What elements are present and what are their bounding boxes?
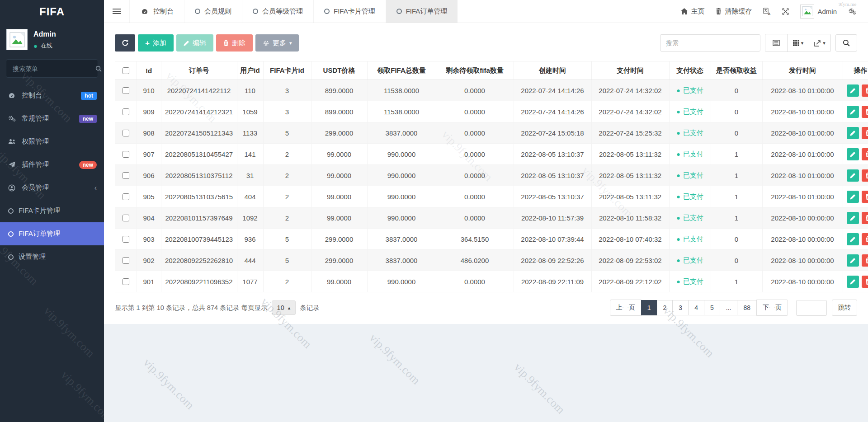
page-button-2[interactable]: 2 xyxy=(657,300,673,315)
sidebar-subitem-2[interactable]: FIFA订单管理 xyxy=(0,222,104,245)
row-delete-button[interactable] xyxy=(862,148,868,160)
row-delete-button[interactable] xyxy=(862,276,868,288)
row-checkbox[interactable] xyxy=(123,257,129,264)
more-button[interactable]: 更多 ▾ xyxy=(255,34,299,52)
row-delete-button[interactable] xyxy=(862,191,868,203)
prev-page-button[interactable]: 上一页 xyxy=(610,300,642,316)
row-edit-button[interactable] xyxy=(847,106,859,118)
table-search-input[interactable] xyxy=(660,34,760,52)
add-button[interactable]: + 添加 xyxy=(138,34,174,52)
table-row: 907202208051310455427141299.0000990.0000… xyxy=(115,144,868,165)
cell-order-no: 202208051310375112 xyxy=(161,165,237,186)
delete-button[interactable]: 删除 xyxy=(216,34,253,52)
column-header: 用户id xyxy=(237,61,263,80)
sidebar-item-4[interactable]: 插件管理new xyxy=(0,153,104,176)
cell-fifa-total: 3837.0000 xyxy=(367,229,436,250)
cell-fifa-remaining: 0.0000 xyxy=(436,80,514,101)
row-checkbox[interactable] xyxy=(123,236,129,243)
row-checkbox[interactable] xyxy=(123,215,129,221)
menu-toggle-icon[interactable] xyxy=(104,0,129,23)
row-edit-button[interactable] xyxy=(847,276,859,288)
translate-icon[interactable]: A xyxy=(763,8,771,15)
detail-view-icon[interactable] xyxy=(765,34,787,52)
next-page-button[interactable]: 下一页 xyxy=(756,300,788,316)
sidebar-item-1[interactable]: 控制台hot xyxy=(0,84,104,107)
row-edit-button[interactable] xyxy=(847,84,859,97)
row-checkbox[interactable] xyxy=(123,151,129,158)
row-delete-button[interactable] xyxy=(862,233,868,245)
row-checkbox[interactable] xyxy=(123,278,129,285)
column-header: 订单号 xyxy=(161,61,237,80)
nav-tab-1[interactable]: 控制台 xyxy=(129,0,184,23)
cell-id: 901 xyxy=(137,271,161,292)
export-icon[interactable]: ▾ xyxy=(809,34,830,52)
row-edit-button[interactable] xyxy=(847,233,859,245)
nav-tab-5[interactable]: FIFA订单管理 xyxy=(386,0,458,23)
cell-received: 0 xyxy=(711,101,762,122)
columns-icon[interactable]: ▾ xyxy=(787,34,809,52)
page-button-3[interactable]: 3 xyxy=(672,300,689,315)
cell-fifa-remaining: 0.0000 xyxy=(436,186,514,207)
nav-tab-3[interactable]: 会员等级管理 xyxy=(242,0,313,23)
page-button-5[interactable]: 5 xyxy=(704,300,720,315)
row-edit-button[interactable] xyxy=(847,127,859,139)
page-button-...[interactable]: ... xyxy=(720,300,738,315)
row-delete-button[interactable] xyxy=(862,254,868,267)
view-options-group: ▾ ▾ xyxy=(765,34,831,52)
cell-fifa-remaining: 364.5150 xyxy=(436,229,514,250)
sidebar-item-2[interactable]: 常规管理new xyxy=(0,107,104,130)
fullscreen-icon[interactable] xyxy=(782,8,789,15)
edit-button[interactable]: 编辑 xyxy=(176,34,213,52)
row-delete-button[interactable] xyxy=(862,84,868,97)
sidebar-search-input[interactable] xyxy=(12,65,95,73)
search-button[interactable] xyxy=(835,34,857,52)
row-checkbox[interactable] xyxy=(123,193,129,200)
sidebar-search[interactable] xyxy=(6,59,98,78)
row-checkbox[interactable] xyxy=(123,108,129,115)
clear-cache-button[interactable]: 清除缓存 xyxy=(716,7,752,16)
column-header: !d xyxy=(137,61,161,80)
cell-received: 0 xyxy=(711,250,762,271)
sidebar-item-3[interactable]: 权限管理 xyxy=(0,130,104,153)
row-delete-button[interactable] xyxy=(862,169,868,182)
settings-gears-icon[interactable] xyxy=(848,8,856,15)
cell-usdt-price: 99.0000 xyxy=(311,207,367,229)
row-delete-button[interactable] xyxy=(862,127,868,139)
user-menu[interactable]: Admin xyxy=(800,5,837,19)
row-checkbox[interactable] xyxy=(123,87,129,94)
sidebar-subitem-3[interactable]: 设置管理 xyxy=(0,245,104,268)
page-button-88[interactable]: 88 xyxy=(737,300,757,315)
cell-order-no: 202208092211096352 xyxy=(161,271,237,292)
column-header: USDT价格 xyxy=(311,61,367,80)
select-all-checkbox[interactable] xyxy=(123,67,129,74)
row-checkbox[interactable] xyxy=(123,172,129,179)
cell-paid-at: 2022-08-05 13:11:32 xyxy=(591,144,669,165)
cell-created-at: 2022-07-24 14:14:26 xyxy=(514,101,591,122)
row-edit-button[interactable] xyxy=(847,212,859,224)
page-button-4[interactable]: 4 xyxy=(688,300,704,315)
chevron-left-icon: ‹ xyxy=(94,184,97,192)
refresh-button[interactable] xyxy=(115,34,135,52)
row-edit-button[interactable] xyxy=(847,148,859,160)
row-delete-button[interactable] xyxy=(862,106,868,118)
nav-tab-4[interactable]: FIFA卡片管理 xyxy=(313,0,386,23)
row-delete-button[interactable] xyxy=(862,212,868,224)
cell-order-no: 202207241505121343 xyxy=(161,122,237,144)
sidebar-subitem-1[interactable]: FIFA卡片管理 xyxy=(0,199,104,222)
sidebar-item-5[interactable]: 会员管理‹ xyxy=(0,176,104,199)
row-edit-button[interactable] xyxy=(847,191,859,203)
nav-tab-2[interactable]: 会员规则 xyxy=(184,0,242,23)
cell-user-id: 936 xyxy=(237,229,263,250)
column-header: 是否领取收益 xyxy=(711,61,762,80)
jump-button[interactable]: 跳转 xyxy=(832,300,857,316)
home-button[interactable]: 主页 xyxy=(681,7,704,16)
row-edit-button[interactable] xyxy=(847,169,859,182)
page-size-select[interactable]: 10 ▴ xyxy=(272,300,296,315)
page-button-1[interactable]: 1 xyxy=(641,300,657,315)
row-checkbox[interactable] xyxy=(123,130,129,136)
column-header: FIFA卡片id xyxy=(263,61,311,80)
content-card: + 添加 编辑 删除 更多 ▾ ▾ xyxy=(104,23,868,324)
row-edit-button[interactable] xyxy=(847,254,859,267)
jump-page-input[interactable] xyxy=(796,300,827,316)
sidebar-subitem-label: FIFA订单管理 xyxy=(19,230,60,238)
